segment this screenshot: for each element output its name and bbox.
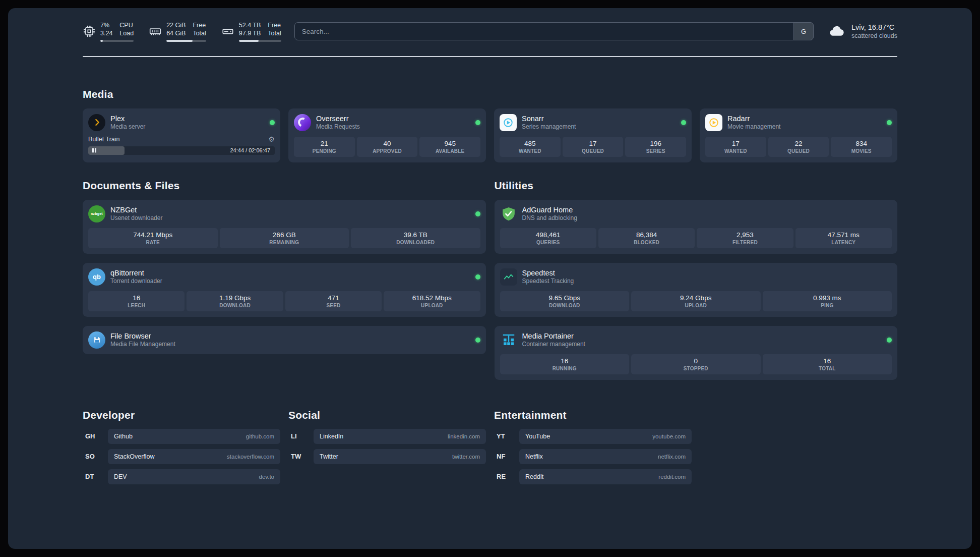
section-title-developer: Developer [83,409,280,421]
bookmark-group-entertainment: Entertainment YT YouTube youtube.com NF … [494,409,692,484]
cpu-usage-value: 7% [100,21,112,29]
now-playing-title: Bullet Train [88,136,120,143]
status-dot [887,120,892,125]
stat-queued: 22 QUEUED [768,137,829,157]
stat-upload: 618.52 Mbps UPLOAD [384,291,480,311]
cpu-usage-bar [100,40,134,42]
status-dot [475,274,480,280]
stat-queries: 498,461 QUERIES [500,228,596,248]
bookmark-github[interactable]: Github github.com [108,429,280,444]
cpu-usage-bar-fill [100,40,103,42]
service-description: Media server [110,123,145,131]
stat-wanted: 485 WANTED [500,137,561,157]
section-title-social: Social [288,409,486,421]
bookmark-abbr: LI [288,432,314,440]
service-card-sonarr[interactable]: Sonarr Series management 485 WANTED 17 Q… [494,108,692,162]
status-dot [475,338,480,343]
stat-blocked: 86,384 BLOCKED [598,228,695,248]
search-input[interactable] [294,22,814,40]
bookmark-linkedin[interactable]: LinkedIn linkedin.com [314,429,486,444]
disk-total-value: 97.9 TB [239,29,261,37]
section-utilities: Utilities AdGuard Home DNS and adblockin… [495,180,898,380]
stat-value: 16 [765,357,890,365]
stat-value: 1.19 Gbps [189,294,281,302]
portainer-icon [500,331,517,349]
nzbget-icon: nzbget [88,205,105,222]
stat-value: 86,384 [600,231,693,239]
stat-downloaded: 39.6 TB DOWNLOADED [351,228,480,248]
stat-label: QUEUED [770,148,827,154]
bookmark-youtube[interactable]: YouTube youtube.com [519,429,692,444]
service-card-portainer[interactable]: Media Portainer Container management 16 … [495,326,898,380]
bookmark-row: TW Twitter twitter.com [288,449,486,464]
service-card-radarr[interactable]: Radarr Movie management 17 WANTED 22 QUE… [700,108,897,162]
bookmark-abbr: DT [83,473,108,480]
bookmark-row: LI LinkedIn linkedin.com [288,429,486,444]
stat-movies: 834 MOVIES [831,137,892,157]
memory-free-label: Free [193,21,206,29]
bookmark-abbr: GH [83,432,108,440]
service-description: Speedtest Tracking [522,277,574,286]
bookmark-netflix[interactable]: Netflix netflix.com [519,449,692,464]
stat-value: 17 [565,140,622,147]
playback-progress-bar[interactable]: 24:44 / 02:06:47 [88,146,275,155]
bookmark-reddit[interactable]: Reddit reddit.com [519,469,692,484]
stat-value: 39.6 TB [353,231,478,239]
service-card-filebrowser[interactable]: File Browser Media File Management [83,326,486,354]
stat-value: 266 GB [222,231,347,239]
stat-label: APPROVED [359,148,416,154]
bookmark-abbr: YT [494,432,519,440]
stat-value: 22 [770,140,827,147]
stat-value: 16 [90,294,182,302]
status-dot [887,338,892,343]
stat-value: 945 [421,140,478,147]
search-provider-button[interactable]: G [793,22,814,40]
bookmark-twitter[interactable]: Twitter twitter.com [314,449,486,464]
stat-label: DOWNLOAD [189,303,281,308]
service-card-adguard[interactable]: AdGuard Home DNS and adblocking 498,461 … [495,200,898,254]
stat-label: LEECH [90,303,182,308]
stat-value: 16 [502,357,628,365]
stat-value: 40 [359,140,416,147]
service-description: Usenet downloader [110,214,162,222]
stat-value: 0 [633,357,759,365]
stat-label: WANTED [707,148,764,154]
service-card-nzbget[interactable]: nzbget NZBGet Usenet downloader 744.21 M… [83,200,486,254]
stat-label: BLOCKED [600,240,693,245]
service-card-speedtest[interactable]: Speedtest Speedtest Tracking 9.65 Gbps D… [495,263,898,317]
stat-label: DOWNLOAD [502,303,628,308]
top-bar: 7% CPU 3.24 Load [83,21,897,42]
weather-widget[interactable]: Lviv, 16.87°C scattered clouds [827,23,897,39]
bookmark-row: DT DEV dev.to [83,469,280,484]
memory-widget: 22 GiB Free 64 GiB Total [149,21,206,42]
service-name: Speedtest [522,268,574,277]
stat-value: 0.993 ms [765,294,890,302]
status-dot [681,120,686,125]
gear-icon[interactable]: ⚙ [268,136,275,143]
bookmark-name: YouTube [525,433,550,440]
bookmark-stackoverflow[interactable]: StackOverflow stackoverflow.com [108,449,280,464]
stat-label: QUEUED [565,148,622,154]
service-card-qbittorrent[interactable]: qb qBittorrent Torrent downloader 16 LEE… [83,263,486,317]
stat-label: DOWNLOADED [353,240,478,245]
qbittorrent-icon: qb [88,268,105,286]
service-card-overseerr[interactable]: Overseerr Media Requests 21 PENDING 40 A… [288,108,486,162]
stat-label: MOVIES [833,148,890,154]
stat-queued: 17 QUEUED [563,137,624,157]
stat-leech: 16 LEECH [88,291,185,311]
disk-free-label: Free [268,21,281,29]
search-bar: G [294,22,814,40]
service-name: Plex [110,114,145,123]
adguard-icon [500,205,517,222]
status-dot [475,211,480,216]
section-title-entertainment: Entertainment [494,409,692,421]
bookmark-name: LinkedIn [320,433,343,440]
stat-label: RATE [90,240,216,245]
pause-icon[interactable] [92,148,96,153]
service-card-plex[interactable]: Plex Media server Bullet Train ⚙ 24:44 /… [83,108,280,162]
stat-latency: 47.571 ms LATENCY [795,228,892,248]
bookmark-dev[interactable]: DEV dev.to [108,469,280,484]
service-description: Series management [522,123,576,131]
overseerr-icon [294,114,311,131]
bookmark-row: YT YouTube youtube.com [494,429,692,444]
